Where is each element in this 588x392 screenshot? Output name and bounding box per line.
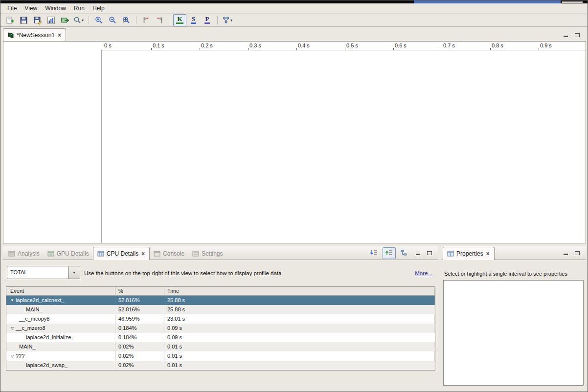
analysis-dropdown-button[interactable]: ▾ <box>221 14 234 26</box>
minimize-button[interactable] <box>413 249 423 257</box>
save-as-icon <box>33 16 42 24</box>
table-row[interactable]: MAIN_ 52.816% 25.88 s <box>6 305 435 314</box>
column-header-percent[interactable]: % <box>115 287 164 295</box>
main-toolbar: ▾ K <box>0 14 588 27</box>
column-header-event[interactable]: Event <box>6 287 115 295</box>
flat-profile-icon <box>370 249 378 257</box>
close-icon[interactable]: × <box>141 250 145 257</box>
menu-run[interactable]: Run <box>70 4 89 13</box>
zoom-out-button[interactable] <box>106 14 119 26</box>
prev-marker-button[interactable] <box>153 14 166 26</box>
event-name: __c_mzero8 <box>16 324 45 333</box>
chevron-down-icon: ▾ <box>82 18 84 22</box>
maximize-button[interactable] <box>572 31 582 39</box>
tab-session[interactable]: *NewSession1 × <box>3 28 66 41</box>
export-button[interactable] <box>58 14 71 26</box>
event-percent: 0.184% <box>115 324 164 333</box>
close-icon[interactable]: × <box>57 32 62 39</box>
flat-profile-view-button[interactable] <box>367 247 381 259</box>
maximize-icon <box>575 33 580 37</box>
stream-toggle-button[interactable]: S <box>187 14 200 26</box>
event-name: __c_mcopy8 <box>19 314 49 324</box>
cpu-events-table: Event % Time ▼laplace2d_calcnext_ 52.816… <box>6 286 435 370</box>
gpu-details-tab-icon <box>47 251 54 257</box>
tab-settings[interactable]: Settings <box>188 247 226 260</box>
column-header-time[interactable]: Time <box>164 287 435 295</box>
event-time: 0.01 s <box>164 351 435 361</box>
call-tree-icon <box>385 249 393 257</box>
expander-icon[interactable]: ▽ <box>9 351 16 361</box>
zoom-fit-icon <box>122 16 130 24</box>
editor-window-controls <box>561 28 586 41</box>
ruler-tick-label: 0.3 s <box>249 43 261 48</box>
menu-help[interactable]: Help <box>89 4 109 13</box>
back-trace-view-button[interactable] <box>398 247 411 259</box>
ruler-tick-mark <box>345 48 345 50</box>
menu-file[interactable]: File <box>3 4 21 13</box>
minimize-button[interactable] <box>561 249 570 257</box>
zoom-in-button[interactable] <box>92 14 105 26</box>
call-tree-view-button[interactable] <box>383 247 396 259</box>
save-button[interactable] <box>17 14 30 26</box>
event-name: ??? <box>16 351 24 361</box>
maximize-button[interactable] <box>572 249 582 257</box>
ruler-tick-mark <box>393 48 394 50</box>
save-as-button[interactable] <box>31 14 44 26</box>
titlebar-window-buttons[interactable] <box>562 1 583 3</box>
new-session-button[interactable] <box>3 14 17 26</box>
ruler-tick-mark <box>490 48 491 50</box>
event-time: 0.09 s <box>164 333 435 342</box>
table-row[interactable]: laplace2d_swap_ 0.02% 0.01 s <box>6 361 435 370</box>
minimize-button[interactable] <box>561 31 570 39</box>
tab-analysis[interactable]: Analysis <box>4 247 44 260</box>
expander-icon[interactable]: ▽ <box>9 324 16 333</box>
table-row[interactable]: __c_mcopy8 46.959% 23.01 s <box>6 314 435 324</box>
kernel-toggle-button[interactable]: K <box>173 14 186 26</box>
bar-chart-icon <box>47 16 55 24</box>
close-icon[interactable]: × <box>486 250 490 257</box>
expander-icon[interactable]: ▼ <box>9 296 16 305</box>
table-row[interactable]: ▽__c_mzero8 0.184% 0.09 s <box>6 324 435 333</box>
ruler-tick-mark <box>200 48 200 50</box>
event-time: 0.09 s <box>164 324 435 333</box>
table-row[interactable]: MAIN_ 0.02% 0.01 s <box>6 342 435 351</box>
export-icon <box>61 16 69 24</box>
timeline-row-labels-panel <box>3 42 101 243</box>
table-row[interactable]: ▽??? 0.02% 0.01 s <box>6 351 435 361</box>
bar-chart-button[interactable] <box>45 14 58 26</box>
more-link[interactable]: More... <box>415 270 432 276</box>
search-dropdown-button[interactable]: ▾ <box>72 14 85 26</box>
event-combo[interactable]: TOTAL ▾ <box>7 266 80 279</box>
ruler-tick-mark <box>442 48 442 50</box>
table-body: ▼laplace2d_calcnext_ 52.816% 25.88 s MAI… <box>6 296 435 370</box>
zoom-in-icon <box>95 16 103 24</box>
ruler-tick-mark <box>103 48 103 50</box>
table-row[interactable]: laplace2d_initialize_ 0.184% 0.09 s <box>6 333 435 342</box>
event-time: 25.88 s <box>164 305 435 314</box>
ruler-tick-label: 0.9 s <box>540 43 552 48</box>
minimize-icon <box>564 36 568 37</box>
tab-console[interactable]: Console <box>150 247 188 260</box>
menu-window[interactable]: Window <box>41 4 70 13</box>
event-percent: 52.816% <box>115 305 164 314</box>
next-marker-button[interactable] <box>139 14 153 26</box>
zoom-fit-button[interactable] <box>119 14 133 26</box>
timeline-ruler: 0 s 0.1 s 0.2 s 0.3 s 0.4 s 0.5 s 0.6 s … <box>102 42 586 50</box>
event-combo-value: TOTAL <box>7 266 68 279</box>
properties-window-controls <box>561 246 586 260</box>
tab-gpu-details[interactable]: GPU Details <box>44 247 93 260</box>
tab-cpu-details[interactable]: CPU Details × <box>93 247 150 260</box>
combo-dropdown-button[interactable]: ▾ <box>68 266 80 279</box>
event-name: laplace2d_calcnext_ <box>16 296 65 305</box>
tab-settings-label: Settings <box>202 250 223 257</box>
flag-back-icon <box>156 16 163 24</box>
table-header: Event % Time <box>6 287 435 296</box>
process-toggle-button[interactable]: P <box>201 14 214 26</box>
tab-properties[interactable]: Properties × <box>443 247 495 260</box>
menu-view[interactable]: View <box>21 4 41 13</box>
table-row[interactable]: ▼laplace2d_calcnext_ 52.816% 25.88 s <box>6 296 435 305</box>
maximize-button[interactable] <box>425 249 434 257</box>
timeline-divider[interactable] <box>101 50 102 243</box>
event-name: laplace2d_initialize_ <box>26 333 74 342</box>
tab-console-label: Console <box>163 250 184 257</box>
